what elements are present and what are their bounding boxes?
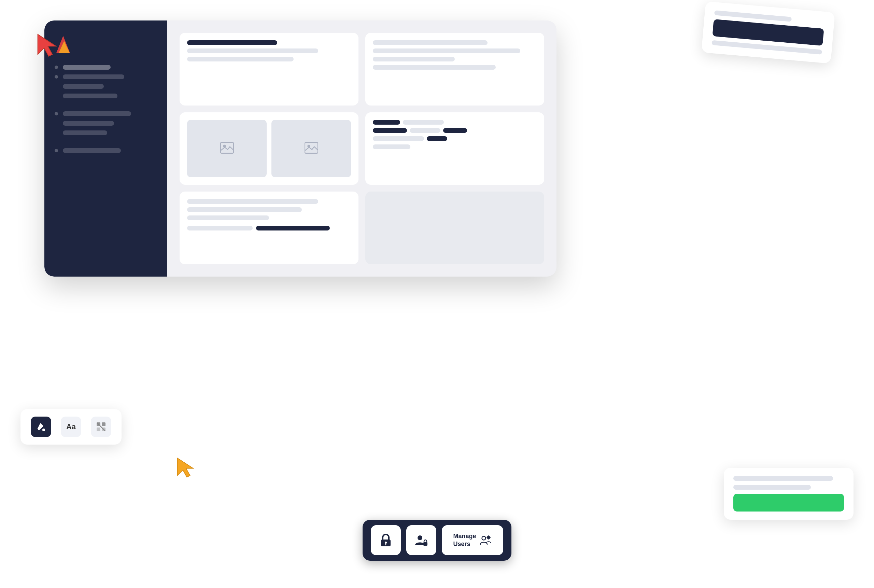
dark-bar: [443, 128, 467, 133]
cursor-2: [174, 455, 191, 472]
light-bar: [373, 144, 410, 149]
image-placeholder-icon: [220, 141, 234, 154]
sidebar-item[interactable]: [55, 148, 157, 153]
floating-card-bottom: [724, 468, 853, 520]
browser-window: [44, 21, 556, 277]
lock-button[interactable]: [371, 525, 401, 555]
bottom-nav-bar: Manage Users: [363, 520, 511, 561]
content-bar: [187, 40, 277, 45]
sidebar-item[interactable]: [55, 75, 157, 79]
sidebar-dot: [55, 75, 58, 78]
cursor-arrow-icon: [34, 31, 61, 58]
content-bar: [373, 65, 496, 70]
image-placeholder-2: [271, 120, 351, 177]
light-bar: [403, 120, 444, 124]
floating-card-top: [701, 2, 835, 64]
content-bar: [373, 57, 455, 62]
dark-bar: [373, 128, 407, 133]
light-bar: [410, 128, 441, 133]
svg-rect-19: [423, 542, 427, 546]
dark-bar: [373, 120, 400, 124]
sidebar-item[interactable]: [55, 111, 157, 116]
image-placeholder-icon: [304, 141, 318, 154]
manage-users-label: Manage Users: [453, 532, 476, 548]
cursor-arrow-icon-2: [174, 455, 198, 479]
lock-icon: [380, 533, 392, 547]
manage-label-line1: Manage: [453, 532, 476, 540]
content-bar: [373, 40, 487, 45]
svg-marker-7: [177, 458, 193, 477]
grid-off-icon: [96, 422, 106, 432]
green-action-button[interactable]: [733, 494, 844, 512]
paint-bucket-icon: [36, 422, 46, 432]
image-icon: [304, 141, 318, 156]
content-bar: [373, 48, 520, 53]
content-bar: [187, 226, 253, 231]
image-placeholder-1: [187, 120, 267, 177]
content-card-4: [365, 112, 544, 185]
main-content: [167, 21, 556, 277]
sidebar-item-bar: [63, 130, 107, 135]
content-card-1: [180, 33, 358, 105]
cursor-1: [34, 31, 55, 51]
card-row: [373, 120, 537, 124]
float-bottom-bar-1: [733, 476, 833, 481]
sidebar-dot: [55, 66, 58, 69]
user-lock-icon: [414, 533, 428, 547]
sidebar-dot: [55, 149, 58, 152]
sidebar-item[interactable]: [55, 121, 157, 126]
sidebar-item-bar: [63, 111, 131, 116]
sidebar-item-bar: [63, 121, 114, 126]
scene: Aa: [0, 0, 874, 588]
manage-users-button[interactable]: Manage Users: [442, 525, 503, 555]
card-row: [373, 144, 537, 149]
content-card-2: [365, 33, 544, 105]
sidebar-dot: [55, 112, 58, 116]
card-row: [373, 128, 537, 133]
dark-bar: [427, 136, 447, 141]
sidebar-nav: [55, 65, 157, 153]
manage-label-line2: Users: [453, 540, 470, 548]
user-lock-button[interactable]: [406, 525, 436, 555]
svg-point-18: [418, 536, 422, 540]
toolbar-palette: Aa: [21, 409, 121, 445]
content-bar: [187, 48, 318, 53]
sidebar-item-bar: [63, 65, 111, 70]
sidebar-item-bar: [63, 84, 104, 89]
sidebar-item-bar: [63, 93, 117, 98]
svg-rect-12: [97, 428, 100, 431]
dark-bar-cta: [256, 226, 330, 231]
sidebar-item-bar: [63, 148, 121, 153]
svg-marker-6: [38, 34, 56, 56]
content-card-5: [180, 192, 358, 264]
svg-point-20: [482, 537, 486, 540]
content-bar: [187, 57, 294, 62]
paint-bucket-tool[interactable]: [31, 417, 51, 437]
sidebar-item[interactable]: [55, 130, 157, 135]
image-icon: [220, 141, 234, 156]
sidebar-item[interactable]: [55, 84, 157, 89]
sidebar-item[interactable]: [55, 93, 157, 98]
typography-tool[interactable]: Aa: [61, 417, 81, 437]
manage-users-icon: [480, 534, 492, 546]
sidebar-item-bar: [63, 75, 124, 79]
svg-rect-11: [102, 422, 105, 426]
sidebar-item[interactable]: [55, 65, 157, 70]
light-bar: [373, 136, 424, 141]
float-bottom-bar-2: [733, 485, 811, 490]
content-bar: [187, 207, 302, 212]
content-bar: [187, 199, 318, 204]
sidebar: [44, 21, 167, 277]
content-card-6: [365, 192, 544, 264]
content-bar: [187, 216, 269, 220]
card-row: [373, 136, 537, 141]
svg-point-8: [42, 429, 45, 431]
grid-toggle-tool[interactable]: [91, 417, 111, 437]
content-card-3: [180, 112, 358, 185]
